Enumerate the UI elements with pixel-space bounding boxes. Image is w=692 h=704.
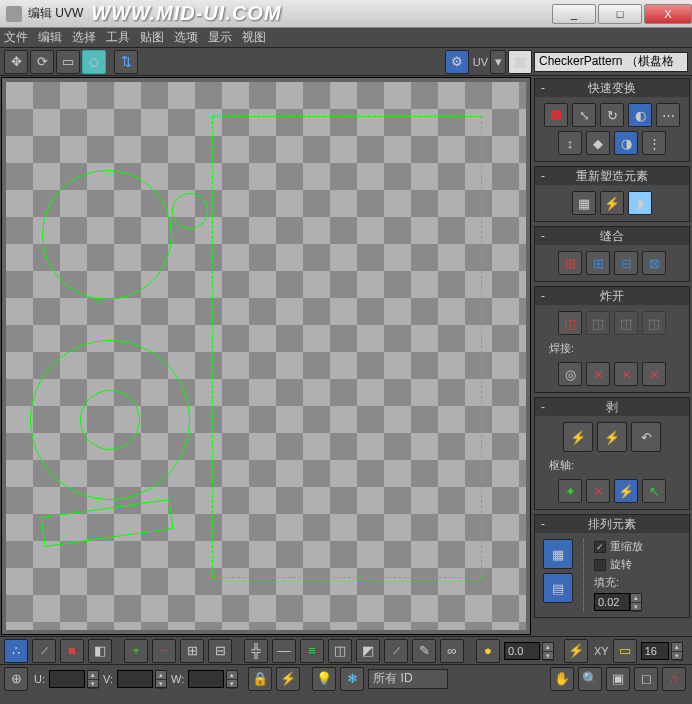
menu-view[interactable]: 视图 [242, 29, 266, 46]
weld-btn-1[interactable]: ◎ [558, 362, 582, 386]
tb1-6[interactable]: ⟋ [384, 639, 408, 663]
menu-file[interactable]: 文件 [4, 29, 28, 46]
weld-btn-3[interactable]: ✕ [614, 362, 638, 386]
rotate-checkbox[interactable] [594, 559, 606, 571]
maximize-button[interactable]: □ [598, 4, 642, 24]
panel-header-stitch[interactable]: 缝合 [535, 227, 689, 245]
reshape-btn-2[interactable]: ⚡ [600, 191, 624, 215]
ring-sel[interactable]: ⊞ [180, 639, 204, 663]
w-input[interactable] [188, 670, 224, 688]
v-spin[interactable]: ▴▾ [155, 670, 167, 688]
options-button[interactable]: ⚙ [445, 50, 469, 74]
grid-size[interactable]: 16 [641, 642, 669, 660]
menu-select[interactable]: 选择 [72, 29, 96, 46]
padding-input[interactable]: 0.02 [594, 593, 630, 611]
quick-btn-1[interactable] [544, 103, 568, 127]
explode-btn-1[interactable]: ◫ [558, 311, 582, 335]
peel-btn-3[interactable]: ↶ [631, 422, 661, 452]
peel-btn-2[interactable]: ⚡ [597, 422, 627, 452]
w-spin[interactable]: ▴▾ [226, 670, 238, 688]
tb1-3[interactable]: ≡ [300, 639, 324, 663]
zoom-region[interactable]: ◻ [634, 667, 658, 691]
shrink-sel[interactable]: − [152, 639, 176, 663]
sel-element[interactable]: ◧ [88, 639, 112, 663]
stitch-btn-4[interactable]: ⊠ [642, 251, 666, 275]
peel-btn-1[interactable]: ⚡ [563, 422, 593, 452]
sel-edge[interactable]: ⟋ [32, 639, 56, 663]
rotate-tool[interactable]: ⟳ [30, 50, 54, 74]
u-spin[interactable]: ▴▾ [87, 670, 99, 688]
quick-btn-8[interactable]: ◑ [614, 131, 638, 155]
pivot-btn-4[interactable]: ↖ [642, 479, 666, 503]
uv-cluster-circle-small[interactable] [172, 193, 208, 229]
xy-mode[interactable]: ▭ [613, 639, 637, 663]
stitch-btn-1[interactable]: ⊞ [558, 251, 582, 275]
explode-btn-4[interactable]: ◫ [642, 311, 666, 335]
explode-btn-2[interactable]: ◫ [586, 311, 610, 335]
menu-options[interactable]: 选项 [174, 29, 198, 46]
menu-mapping[interactable]: 贴图 [140, 29, 164, 46]
u-input[interactable] [49, 670, 85, 688]
arrange-pack[interactable]: ▦ [543, 539, 573, 569]
tb1-1[interactable]: ╬ [244, 639, 268, 663]
light-btn[interactable]: ● [476, 639, 500, 663]
quick-btn-6[interactable]: ↕ [558, 131, 582, 155]
flash-btn[interactable]: ⚡ [276, 667, 300, 691]
quick-btn-2[interactable]: ⤡ [572, 103, 596, 127]
stitch-btn-2[interactable]: ⊞ [586, 251, 610, 275]
zoom-btn[interactable]: 🔍 [578, 667, 602, 691]
light-spin[interactable]: ▴▾ [542, 642, 554, 660]
quick-btn-9[interactable]: ⋮ [642, 131, 666, 155]
panel-header-quick[interactable]: 快速变换 [535, 79, 689, 97]
uv-viewport[interactable] [1, 77, 531, 635]
sel-face[interactable]: ■ [60, 639, 84, 663]
grow-sel[interactable]: + [124, 639, 148, 663]
rescale-checkbox[interactable]: ✓ [594, 541, 606, 553]
fit-btn[interactable]: ▣ [606, 667, 630, 691]
scale-tool[interactable]: ▭ [56, 50, 80, 74]
menu-display[interactable]: 显示 [208, 29, 232, 46]
uv-cluster-rect[interactable] [212, 116, 482, 578]
pivot-btn-3[interactable]: ⚡ [614, 479, 638, 503]
tb1-4[interactable]: ◫ [328, 639, 352, 663]
texture-toggle[interactable]: ▦ [508, 50, 532, 74]
snow-btn[interactable]: ❄ [340, 667, 364, 691]
tb1-7[interactable]: ✎ [412, 639, 436, 663]
reshape-btn-1[interactable]: ▦ [572, 191, 596, 215]
light-value[interactable]: 0.0 [504, 642, 540, 660]
freeform-tool[interactable]: ◇ [82, 50, 106, 74]
weld-btn-2[interactable]: ✕ [586, 362, 610, 386]
close-button[interactable]: X [644, 4, 692, 24]
arrange-pack2[interactable]: ▤ [543, 573, 573, 603]
uv-cluster-circle1[interactable] [42, 170, 172, 300]
tb1-2[interactable]: — [272, 639, 296, 663]
pivot-btn-1[interactable]: ✦ [558, 479, 582, 503]
bulb-btn[interactable]: 💡 [312, 667, 336, 691]
minimize-button[interactable]: _ [552, 4, 596, 24]
pivot-btn-2[interactable]: ✕ [586, 479, 610, 503]
panel-header-reshape[interactable]: 重新塑造元素 [535, 167, 689, 185]
sel-vertex[interactable]: ∴ [4, 639, 28, 663]
panel-header-arrange[interactable]: 排列元素 [535, 515, 689, 533]
quick-btn-3[interactable]: ↻ [600, 103, 624, 127]
pan-btn[interactable]: ✋ [550, 667, 574, 691]
reshape-btn-3[interactable]: ◗ [628, 191, 652, 215]
axis-btn[interactable]: ⚡ [564, 639, 588, 663]
v-input[interactable] [117, 670, 153, 688]
quick-btn-4[interactable]: ◐ [628, 103, 652, 127]
grid-spin[interactable]: ▴▾ [671, 642, 683, 660]
quick-btn-7[interactable]: ◆ [586, 131, 610, 155]
panel-header-explode[interactable]: 炸开 [535, 287, 689, 305]
transform-type[interactable]: ⊕ [4, 667, 28, 691]
quick-btn-5[interactable]: ⋯ [656, 103, 680, 127]
tb1-8[interactable]: ∞ [440, 639, 464, 663]
tb1-5[interactable]: ◩ [356, 639, 380, 663]
explode-btn-3[interactable]: ◫ [614, 311, 638, 335]
panel-header-peel[interactable]: 剥 [535, 398, 689, 416]
loop-sel[interactable]: ⊟ [208, 639, 232, 663]
menu-edit[interactable]: 编辑 [38, 29, 62, 46]
snap-btn[interactable]: ∩ [662, 667, 686, 691]
menu-tools[interactable]: 工具 [106, 29, 130, 46]
padding-spinner[interactable]: ▴▾ [630, 593, 642, 611]
texture-dropdown[interactable]: CheckerPattern （棋盘格 [534, 52, 688, 72]
